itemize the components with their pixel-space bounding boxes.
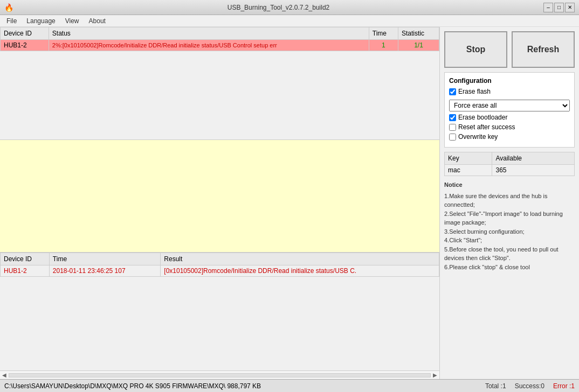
key-cell: mac [445,165,492,176]
log-table-container[interactable]: Device ID Time Result HUB1-2 2018-01-11 … [0,252,439,370]
menu-item-language[interactable]: Language [22,16,59,26]
log-device-id-header: Device ID [1,253,50,265]
erase-flash-item: Erase flash [449,88,570,95]
device-table: Device ID Status Time Statistic HUB1-2 2… [0,27,439,51]
key-table: Key Available mac 365 [444,152,575,176]
status-success: Success:0 [515,382,544,390]
main-content: Device ID Status Time Statistic HUB1-2 2… [0,27,579,379]
notice-item: 2.Select "File"-"Import image" to load b… [444,209,575,227]
notice-section: Notice 1.Make sure the devices and the h… [444,180,575,271]
title-bar: 🔥 USB_Burning_Tool_v2.0.7.2_build2 – □ ✕ [0,0,579,15]
force-erase-select[interactable]: Force erase all [449,100,570,111]
reset-after-success-item: Reset after success [449,123,570,131]
title-bar-title: USB_Burning_Tool_v2.0.7.2_build2 [13,4,543,11]
key-table-row: mac 365 [445,165,575,176]
key-header: Key [445,152,492,165]
status-header: Status [49,27,369,40]
statistic-cell: 1/1 [398,40,439,51]
button-row: Stop Refresh [444,31,575,68]
log-table: Device ID Time Result HUB1-2 2018-01-11 … [0,253,439,277]
minimize-button[interactable]: – [543,3,553,12]
title-bar-controls: – □ ✕ [543,3,575,12]
erase-bootloader-item: Erase bootloader [449,114,570,121]
device-id-cell: HUB1-2 [1,40,49,51]
statistic-header: Statistic [398,27,439,40]
right-panel: Stop Refresh Configuration Erase flash F… [440,27,579,379]
restore-button[interactable]: □ [554,3,564,12]
time-cell: 1 [369,40,398,51]
status-error: Error :1 [553,382,575,390]
scroll-right-arrow[interactable]: ▶ [432,372,438,378]
title-bar-icon: 🔥 [4,3,13,12]
time-header: Time [369,27,398,40]
available-cell: 365 [492,165,575,176]
erase-flash-checkbox[interactable] [449,88,456,95]
erase-flash-label[interactable]: Erase flash [458,88,491,95]
refresh-button[interactable]: Refresh [512,31,575,68]
status-bar: C:\Users\SAMAYUN\Desktop\D\MXQ\MXQ PRO 4… [0,379,579,392]
close-button[interactable]: ✕ [565,3,575,12]
config-title: Configuration [449,77,570,85]
notice-item: 5.Before close the tool, you need to pul… [444,245,575,263]
log-table-row[interactable]: HUB1-2 2018-01-11 23:46:25 107 [0x101050… [1,265,439,277]
notice-item: 4.Click "Start"; [444,236,575,245]
log-scrollbar: ◀ ▶ [0,370,439,379]
log-result-cell: [0x10105002]Romcode/Initialize DDR/Read … [161,265,439,277]
main-device-area [0,140,439,253]
status-path: C:\Users\SAMAYUN\Desktop\D\MXQ\MXQ PRO 4… [4,382,477,390]
notice-title: Notice [444,180,575,190]
notice-item: 3.Select burning configuration; [444,227,575,236]
stop-button[interactable]: Stop [444,31,507,68]
overwrite-key-label[interactable]: Overwrite key [458,133,498,141]
scroll-left-arrow[interactable]: ◀ [1,372,8,378]
notice-item: 6.Please click "stop" & close tool [444,263,575,272]
menu-item-about[interactable]: About [85,16,110,26]
left-panel: Device ID Status Time Statistic HUB1-2 2… [0,27,440,379]
log-result-header: Result [161,253,439,265]
menu-item-file[interactable]: File [2,16,21,26]
erase-bootloader-checkbox[interactable] [449,114,456,121]
overwrite-key-checkbox[interactable] [449,134,456,141]
menu-item-view[interactable]: View [61,16,84,26]
log-time-header: Time [49,253,160,265]
status-cell: 2%:[0x10105002]Romcode/Initialize DDR/Re… [49,40,369,51]
status-total: Total :1 [485,382,506,390]
menu-bar: File Language View About [0,15,579,27]
erase-bootloader-label[interactable]: Erase bootloader [458,114,507,121]
overwrite-key-item: Overwrite key [449,133,570,141]
log-time-cell: 2018-01-11 23:46:25 107 [49,265,160,277]
device-id-header: Device ID [1,27,49,40]
reset-after-success-label[interactable]: Reset after success [458,123,515,131]
device-table-container: Device ID Status Time Statistic HUB1-2 2… [0,27,439,140]
available-header: Available [492,152,575,165]
scroll-track[interactable] [9,373,431,377]
config-section: Configuration Erase flash Force erase al… [444,72,575,148]
notice-item: 1.Make sure the devices and the hub is c… [444,192,575,209]
log-device-id-cell: HUB1-2 [1,265,50,277]
reset-after-success-checkbox[interactable] [449,124,456,131]
device-table-row[interactable]: HUB1-2 2%:[0x10105002]Romcode/Initialize… [1,40,439,51]
